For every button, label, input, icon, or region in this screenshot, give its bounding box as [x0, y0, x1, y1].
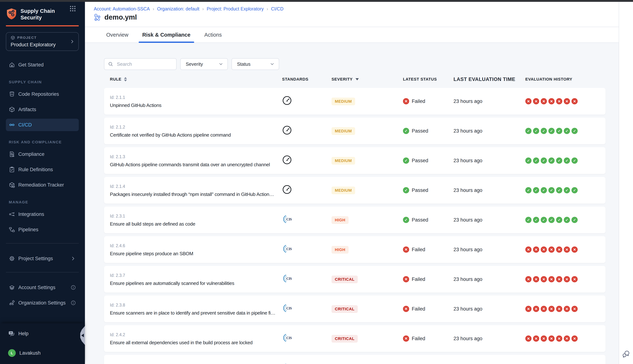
history-fail-icon: ✕	[548, 336, 554, 342]
breadcrumb-link[interactable]: Organization: default	[157, 6, 200, 12]
rule-name: Ensure pipeline steps produce an SBOM	[110, 251, 276, 256]
rule-id: Id: 2.3.7	[110, 273, 276, 278]
rule-row[interactable]: Id: 2.4.6Ensure pipeline steps produce a…	[104, 236, 606, 263]
rule-row[interactable]: Id: 2.3.8Ensure scanners are in place to…	[104, 296, 606, 322]
help-button[interactable]: ? Help	[0, 328, 84, 339]
sidebar-item-account-settings[interactable]: Account Settings	[6, 281, 79, 294]
status-passed-icon: ✓	[403, 217, 409, 223]
sidebar-item-label: Account Settings	[18, 285, 56, 290]
history-fail-icon: ✕	[533, 98, 539, 104]
sidebar-item-remediation-tracker[interactable]: Remediation Tracker	[6, 179, 79, 191]
evaluation-history: ✕✕✕✕✕✕✕	[525, 98, 606, 104]
sidebar-section-risk-and-compliance: RISK AND COMPLIANCE	[9, 140, 84, 144]
severity-filter-label: Severity	[186, 61, 203, 67]
sidebar-nav: Get StartedSUPPLY CHAINCode Repositories…	[0, 58, 84, 309]
tab-risk-compliance[interactable]: Risk & Compliance	[142, 27, 190, 42]
rule-row[interactable]: Id: 2.1.4Packages insecurely installed t…	[104, 177, 606, 204]
svg-text:CIS: CIS	[286, 247, 292, 251]
column-label: RULE	[110, 77, 122, 82]
sidebar-item-organization-settings[interactable]: Organization Settings	[6, 296, 79, 309]
sidebar-item-label: Get Started	[18, 62, 44, 68]
owasp-icon	[282, 96, 292, 106]
rule-row[interactable]: Id: 2.3.1Ensure all build steps are defi…	[104, 206, 606, 233]
sidebar-item-get-started[interactable]: Get Started	[6, 58, 79, 71]
module-grid-icon[interactable]	[70, 6, 76, 12]
breadcrumb: Account: Automation-SSCA›Organization: d…	[94, 6, 619, 12]
evaluation-history: ✓✓✓✓✓✓✓	[525, 158, 606, 164]
breadcrumb-link[interactable]: Account: Automation-SSCA	[94, 6, 150, 12]
sidebar-item-label: Rule Definitions	[18, 167, 53, 172]
column-header-latest-status: LATEST STATUS	[403, 77, 454, 82]
column-header-severity[interactable]: SEVERITY	[332, 77, 403, 82]
sidebar-item-project-settings[interactable]: Project Settings	[6, 252, 79, 265]
history-fail-icon: ✕	[533, 336, 539, 342]
severity-badge: HIGH	[332, 216, 348, 224]
avatar: L	[8, 349, 16, 357]
chevron-right-icon	[71, 256, 76, 261]
sidebar-item-integrations[interactable]: Integrations	[6, 208, 79, 220]
rule-row[interactable]: Id: 2.1.1Unpinned GitHub ActionsMEDIUM✕F…	[104, 88, 606, 114]
search-box	[104, 58, 176, 70]
history-fail-icon: ✕	[572, 306, 578, 312]
app-title: Supply Chain Security	[20, 8, 55, 21]
sidebar-item-artifacts[interactable]: Artifacts	[6, 103, 79, 116]
rule-id: Id: 2.1.1	[110, 95, 276, 100]
history-pass-icon: ✓	[556, 217, 562, 223]
history-fail-icon: ✕	[548, 98, 554, 104]
history-fail-icon: ✕	[548, 276, 554, 282]
history-pass-icon: ✓	[525, 158, 532, 164]
column-label: LAST EVALUATION TIME	[454, 76, 515, 82]
user-menu[interactable]: L Lavakush	[0, 348, 84, 358]
history-fail-icon: ✕	[533, 246, 539, 253]
history-pass-icon: ✓	[572, 217, 578, 223]
rule-name: GitHub Actions pipeline commands transmi…	[110, 162, 276, 168]
cis-icon: CIS	[282, 214, 292, 224]
status-text: Passed	[412, 217, 428, 223]
breadcrumb-link[interactable]: Project: Product Exploratory	[206, 6, 264, 12]
rule-row[interactable]: Id: 2.4.2Ensure all external dependencie…	[104, 325, 606, 352]
breadcrumb-chevron-icon: ›	[202, 6, 204, 12]
page-header: Account: Automation-SSCA›Organization: d…	[85, 2, 619, 27]
sidebar-item-pipelines[interactable]: Pipelines	[6, 224, 79, 236]
status-text: Failed	[412, 276, 425, 282]
svg-text:CIS: CIS	[286, 218, 292, 221]
cicd-infinity-icon	[9, 122, 15, 128]
rule-row[interactable]: Id: 2.1.2Certificate not verified by Git…	[104, 118, 606, 144]
chevron-right-icon	[70, 39, 75, 44]
status-passed-icon: ✓	[403, 158, 409, 164]
severity-badge: CRITICAL	[332, 335, 358, 342]
sidebar-item-compliance[interactable]: Compliance	[6, 148, 79, 160]
sidebar-item-code-repositories[interactable]: Code Repositories	[6, 88, 79, 100]
history-pass-icon: ✓	[556, 158, 562, 164]
column-header-rule[interactable]: RULE	[104, 77, 282, 82]
rule-id: Id: 2.3.1	[110, 214, 276, 218]
status-failed-icon: ✕	[403, 98, 409, 104]
column-label: LATEST STATUS	[403, 77, 437, 82]
last-evaluation-time: 23 hours ago	[454, 98, 525, 104]
owasp-icon	[282, 184, 292, 194]
account-settings-icon	[9, 284, 15, 290]
rule-row[interactable]: Id: 2.3.7Ensure pipelines are automatica…	[104, 266, 606, 292]
history-fail-icon: ✕	[564, 98, 570, 104]
rule-row[interactable]: Id: 2.1.3GitHub Actions pipeline command…	[104, 147, 606, 174]
tab-actions[interactable]: Actions	[204, 27, 222, 42]
evaluation-history: ✓✓✓✓✓✓✓	[525, 217, 606, 223]
status-filter-dropdown[interactable]: Status	[232, 58, 279, 70]
history-pass-icon: ✓	[572, 128, 578, 134]
evaluation-history: ✕✕✕✕✕✕✕	[525, 336, 606, 342]
last-evaluation-time: 23 hours ago	[454, 306, 525, 312]
status-text: Passed	[412, 188, 428, 193]
sidebar-item-rule-definitions[interactable]: Rule Definitions	[6, 163, 79, 176]
history-fail-icon: ✕	[525, 276, 532, 282]
severity-filter-dropdown[interactable]: Severity	[180, 58, 228, 70]
breadcrumb-link[interactable]: CI/CD	[271, 6, 284, 12]
info-icon	[71, 285, 76, 290]
sidebar-item-ci-cd[interactable]: CI/CD	[6, 119, 79, 131]
column-label: EVALUATION HISTORY	[525, 77, 572, 82]
tab-overview[interactable]: Overview	[106, 27, 128, 42]
svg-text:CIS: CIS	[286, 306, 292, 310]
search-input[interactable]	[116, 61, 172, 68]
rule-row[interactable]: Id: 3.1.7CISCRITICAL✕Failed23 hours ago✕…	[104, 355, 606, 364]
chat-support-icon[interactable]	[622, 350, 630, 358]
project-selector[interactable]: PROJECT Product Exploratory	[6, 32, 79, 51]
